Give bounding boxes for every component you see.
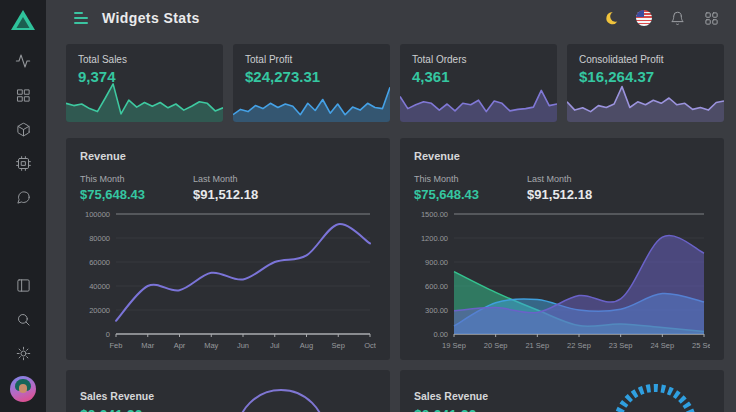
- main-content: Total Sales 9,374 Total Profit $24,273.3…: [46, 36, 736, 412]
- user-avatar[interactable]: [10, 376, 36, 402]
- sales-revenue-panel-left: Sales Revenue $9,641.26: [66, 370, 390, 412]
- month-summary: This Month $75,648.43 Last Month $91,512…: [80, 174, 376, 202]
- this-month-value: $75,648.43: [414, 187, 479, 202]
- chat-bubble-icon[interactable]: [6, 180, 40, 214]
- svg-text:Mar: Mar: [141, 341, 154, 350]
- svg-text:0.00: 0.00: [433, 330, 448, 339]
- top-bar: Widgets Stats: [46, 0, 736, 36]
- stat-card-total-profit[interactable]: Total Profit $24,273.31: [233, 44, 390, 122]
- panel-title: Revenue: [80, 150, 376, 162]
- stat-card-total-sales[interactable]: Total Sales 9,374: [66, 44, 223, 122]
- sparkline-chart: [66, 80, 223, 122]
- stats-row: Total Sales 9,374 Total Profit $24,273.3…: [66, 44, 724, 122]
- last-month-label: Last Month: [193, 174, 258, 184]
- activity-icon[interactable]: [6, 44, 40, 78]
- svg-text:24 Sep: 24 Sep: [650, 341, 674, 350]
- app-logo-icon[interactable]: [10, 8, 36, 36]
- stat-label: Total Profit: [245, 54, 378, 65]
- panel-title: Revenue: [414, 150, 710, 162]
- svg-text:Feb: Feb: [110, 341, 123, 350]
- revenue-area-chart: 0.00300.00600.00900.001200.001500.0019 S…: [414, 206, 710, 354]
- cpu-icon[interactable]: [6, 146, 40, 180]
- svg-text:22 Sep: 22 Sep: [567, 341, 591, 350]
- svg-text:1500.00: 1500.00: [421, 210, 448, 219]
- sparkline-chart: [233, 80, 390, 122]
- moon-icon[interactable]: [602, 9, 620, 27]
- revenue-charts-row: Revenue This Month $75,648.43 Last Month…: [66, 138, 724, 360]
- last-month-value: $91,512.18: [193, 187, 258, 202]
- last-month-value: $91,512.18: [527, 187, 592, 202]
- this-month-value: $75,648.43: [80, 187, 145, 202]
- revenue-line-chart: 020000400006000080000100000FebMarAprMayJ…: [80, 206, 376, 354]
- sidebar: [0, 0, 46, 412]
- svg-text:100000: 100000: [85, 210, 110, 219]
- stat-label: Total Sales: [78, 54, 211, 65]
- this-month-block: This Month $75,648.43: [414, 174, 479, 202]
- month-summary: This Month $75,648.43 Last Month $91,512…: [414, 174, 710, 202]
- svg-text:300.00: 300.00: [425, 306, 448, 315]
- page-title: Widgets Stats: [102, 10, 200, 26]
- svg-text:May: May: [204, 341, 218, 350]
- bottom-cards-row: Sales Revenue $9,641.26 Sales Revenue $9…: [66, 370, 724, 412]
- gear-icon[interactable]: [6, 336, 40, 370]
- svg-text:Oct: Oct: [364, 341, 376, 350]
- svg-text:Apr: Apr: [174, 341, 186, 350]
- svg-text:40000: 40000: [89, 282, 110, 291]
- revenue-panel-left: Revenue This Month $75,648.43 Last Month…: [66, 138, 390, 360]
- us-flag-icon[interactable]: [636, 10, 652, 26]
- svg-text:600.00: 600.00: [425, 282, 448, 291]
- last-month-block: Last Month $91,512.18: [527, 174, 592, 202]
- avatar-face: [19, 384, 27, 393]
- revenue-panel-right: Revenue This Month $75,648.43 Last Month…: [400, 138, 724, 360]
- stat-label: Total Orders: [412, 54, 545, 65]
- stat-label: Consolidated Profit: [579, 54, 712, 65]
- stat-card-total-orders[interactable]: Total Orders 4,361: [400, 44, 557, 122]
- grid-icon[interactable]: [6, 78, 40, 112]
- gauge-chart: [590, 384, 720, 412]
- svg-text:20000: 20000: [89, 306, 110, 315]
- last-month-label: Last Month: [527, 174, 592, 184]
- stat-card-consolidated-profit[interactable]: Consolidated Profit $16,264.37: [567, 44, 724, 122]
- svg-text:1200.00: 1200.00: [421, 234, 448, 243]
- svg-text:23 Sep: 23 Sep: [609, 341, 633, 350]
- sales-revenue-panel-right: Sales Revenue $9,641.26: [400, 370, 724, 412]
- svg-text:Jun: Jun: [237, 341, 249, 350]
- svg-text:20 Sep: 20 Sep: [484, 341, 508, 350]
- apps-grid-icon[interactable]: [702, 9, 720, 27]
- hamburger-menu-icon[interactable]: [74, 12, 88, 24]
- svg-text:60000: 60000: [89, 258, 110, 267]
- svg-text:Jul: Jul: [270, 341, 280, 350]
- svg-text:Aug: Aug: [300, 341, 313, 350]
- box-icon[interactable]: [6, 112, 40, 146]
- layout-sidebar-icon[interactable]: [6, 268, 40, 302]
- header-actions: [602, 9, 720, 27]
- bell-icon[interactable]: [668, 9, 686, 27]
- svg-text:80000: 80000: [89, 234, 110, 243]
- svg-text:900.00: 900.00: [425, 258, 448, 267]
- svg-text:19 Sep: 19 Sep: [442, 341, 466, 350]
- svg-text:25 Sep: 25 Sep: [692, 341, 710, 350]
- svg-text:21 Sep: 21 Sep: [525, 341, 549, 350]
- this-month-label: This Month: [80, 174, 145, 184]
- svg-text:0: 0: [106, 330, 110, 339]
- sparkline-chart: [400, 80, 557, 122]
- this-month-block: This Month $75,648.43: [80, 174, 145, 202]
- gauge-chart: [216, 384, 346, 412]
- svg-text:Sep: Sep: [332, 341, 345, 350]
- last-month-block: Last Month $91,512.18: [193, 174, 258, 202]
- this-month-label: This Month: [414, 174, 479, 184]
- search-icon[interactable]: [6, 302, 40, 336]
- sparkline-chart: [567, 80, 724, 122]
